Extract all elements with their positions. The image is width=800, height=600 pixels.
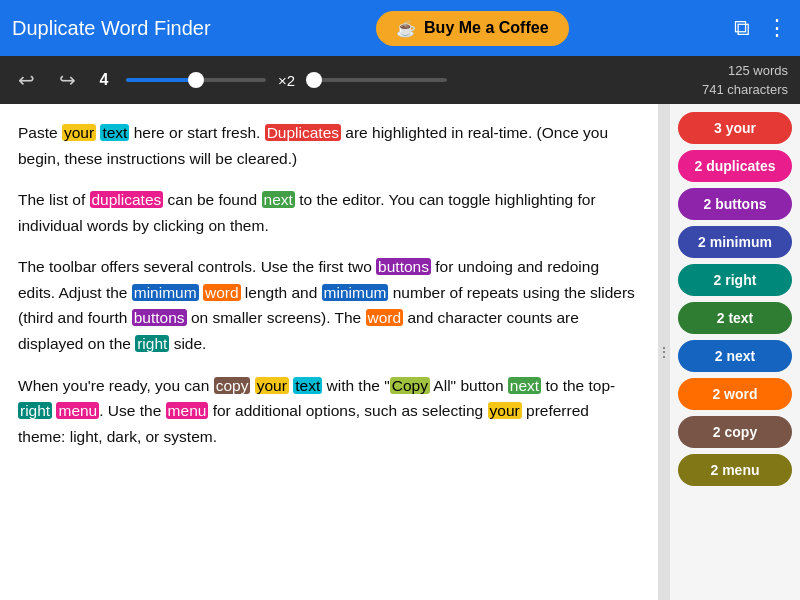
sidebar-badge-6[interactable]: 2 next bbox=[678, 340, 792, 372]
app-title: Duplicate Word Finder bbox=[12, 17, 211, 40]
sidebar-badge-7[interactable]: 2 word bbox=[678, 378, 792, 410]
word-count-area: 125 words 741 characters bbox=[702, 61, 788, 100]
word-count: 125 words bbox=[702, 61, 788, 81]
highlight-duplicates-1[interactable]: Duplicates bbox=[265, 124, 341, 141]
buy-coffee-button[interactable]: ☕ Buy Me a Coffee bbox=[376, 11, 568, 46]
paragraph-4: When you're ready, you can copy your tex… bbox=[18, 373, 640, 450]
highlight-your-1[interactable]: your bbox=[62, 124, 96, 141]
paragraph-2: The list of duplicates can be found next… bbox=[18, 187, 640, 238]
paragraph-1: Paste your text here or start fresh. Dup… bbox=[18, 120, 640, 171]
sidebar-duplicates: 3 your2 duplicates2 buttons2 minimum2 ri… bbox=[670, 104, 800, 600]
copy-icon[interactable]: ⧉ bbox=[734, 15, 750, 41]
highlight-next-2[interactable]: next bbox=[508, 377, 541, 394]
sidebar-badge-8[interactable]: 2 copy bbox=[678, 416, 792, 448]
highlight-minimum-2[interactable]: minimum bbox=[322, 284, 389, 301]
highlight-buttons-1[interactable]: buttons bbox=[376, 258, 431, 275]
highlight-copy-1[interactable]: copy bbox=[214, 377, 251, 394]
sidebar-badge-3[interactable]: 2 minimum bbox=[678, 226, 792, 258]
word-length-label: 4 bbox=[94, 71, 114, 89]
more-menu-icon[interactable]: ⋮ bbox=[766, 15, 788, 41]
highlight-buttons-2[interactable]: buttons bbox=[132, 309, 187, 326]
redo-button[interactable]: ↪ bbox=[53, 64, 82, 96]
header: Duplicate Word Finder ☕ Buy Me a Coffee … bbox=[0, 0, 800, 56]
toolbar: ↩ ↪ 4 ×2 125 words 741 characters bbox=[0, 56, 800, 104]
main-area: Paste your text here or start fresh. Dup… bbox=[0, 104, 800, 600]
highlight-next-1[interactable]: next bbox=[262, 191, 295, 208]
word-length-slider[interactable] bbox=[126, 78, 266, 82]
sidebar-badge-2[interactable]: 2 buttons bbox=[678, 188, 792, 220]
highlight-menu-1[interactable]: menu bbox=[56, 402, 99, 419]
undo-button[interactable]: ↩ bbox=[12, 64, 41, 96]
sidebar-badge-1[interactable]: 2 duplicates bbox=[678, 150, 792, 182]
highlight-word-1[interactable]: word bbox=[203, 284, 241, 301]
highlight-text-1[interactable]: text bbox=[100, 124, 129, 141]
highlight-duplicates-2[interactable]: duplicates bbox=[90, 191, 164, 208]
char-count: 741 characters bbox=[702, 80, 788, 100]
text-editor[interactable]: Paste your text here or start fresh. Dup… bbox=[0, 104, 658, 600]
collapse-icon: ⋮ bbox=[657, 344, 671, 360]
highlight-right-1[interactable]: right bbox=[135, 335, 169, 352]
sidebar-badge-4[interactable]: 2 right bbox=[678, 264, 792, 296]
highlight-your-3[interactable]: your bbox=[488, 402, 522, 419]
highlight-word-2[interactable]: word bbox=[366, 309, 404, 326]
highlight-minimum-1[interactable]: minimum bbox=[132, 284, 199, 301]
sidebar-badge-0[interactable]: 3 your bbox=[678, 112, 792, 144]
highlight-text-2[interactable]: text bbox=[293, 377, 322, 394]
highlight-menu-2[interactable]: menu bbox=[166, 402, 209, 419]
paragraph-3: The toolbar offers several controls. Use… bbox=[18, 254, 640, 356]
highlight-right-2[interactable]: right bbox=[18, 402, 52, 419]
collapse-handle[interactable]: ⋮ bbox=[658, 104, 670, 600]
repeat-slider[interactable] bbox=[307, 78, 447, 82]
sidebar-badge-9[interactable]: 2 menu bbox=[678, 454, 792, 486]
highlight-your-2[interactable]: your bbox=[255, 377, 289, 394]
repeat-label: ×2 bbox=[278, 72, 295, 89]
highlight-copy-all[interactable]: Copy bbox=[390, 377, 430, 394]
header-icons: ⧉ ⋮ bbox=[734, 15, 788, 41]
sidebar-badge-5[interactable]: 2 text bbox=[678, 302, 792, 334]
